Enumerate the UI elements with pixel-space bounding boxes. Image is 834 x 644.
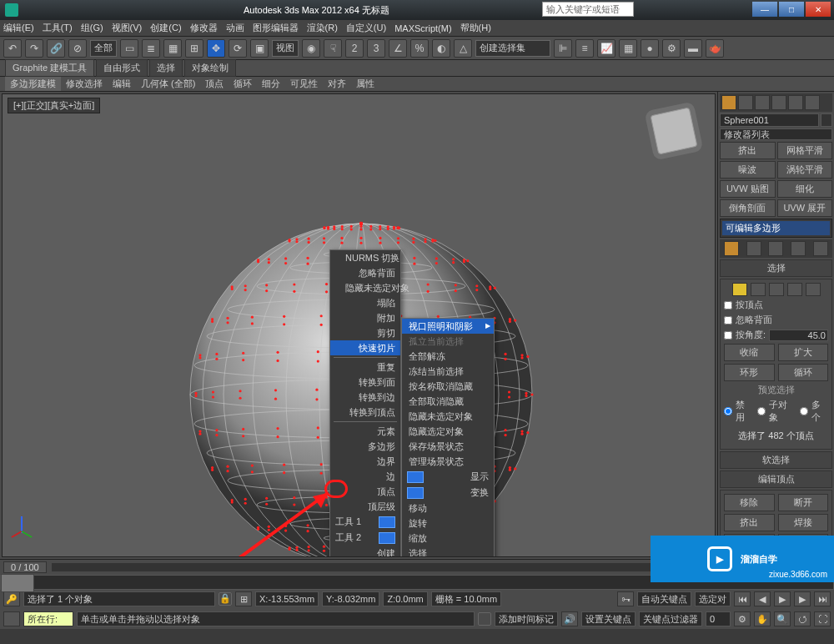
- help-search-input[interactable]: 输入关键字或短语: [542, 2, 634, 17]
- mi-isolate[interactable]: 孤立当前选择: [402, 334, 494, 349]
- rotate-button[interactable]: ⟳: [229, 39, 247, 58]
- subtab-subdiv[interactable]: 细分: [257, 77, 285, 91]
- minimize-button[interactable]: —: [752, 2, 777, 17]
- move-button[interactable]: ✥: [207, 39, 225, 58]
- shrink-button[interactable]: 收缩: [724, 344, 775, 361]
- object-color-swatch[interactable]: [821, 113, 832, 127]
- mi-cut[interactable]: 剪切: [330, 325, 400, 340]
- subtab-loop[interactable]: 循环: [229, 77, 257, 91]
- subtab-align[interactable]: 对齐: [323, 77, 351, 91]
- cb-ignore-backfacing[interactable]: 忽略背面: [724, 314, 828, 326]
- keymode-dd[interactable]: 选定对: [695, 591, 731, 606]
- rollout-selection[interactable]: 选择: [720, 259, 832, 277]
- ribbon-tab-freeform[interactable]: 自由形式: [96, 59, 148, 77]
- frame-num-input[interactable]: 0: [706, 611, 731, 626]
- mi-conv-face[interactable]: 转换到面: [330, 375, 400, 390]
- mi-ignore-back[interactable]: 忽略背面: [330, 265, 400, 280]
- angle-value[interactable]: 45.0: [769, 330, 828, 341]
- render-setup-button[interactable]: ⚙: [662, 39, 681, 58]
- quad-swatch-3[interactable]: [407, 471, 424, 483]
- mi-hide-sel[interactable]: 隐藏选定对象: [402, 424, 494, 439]
- mi-hide-unsel[interactable]: 隐藏未选定对象: [330, 280, 400, 295]
- cb-by-angle[interactable]: 按角度:: [724, 329, 766, 341]
- link-button[interactable]: 🔗: [47, 39, 65, 58]
- mod-item-editpoly[interactable]: 可编辑多边形: [722, 221, 830, 235]
- menu-help[interactable]: 帮助(H): [460, 22, 491, 34]
- tab-hierarchy-icon[interactable]: [755, 95, 770, 110]
- menu-modifiers[interactable]: 修改器: [190, 22, 218, 34]
- menu-tools[interactable]: 工具(T): [43, 22, 73, 34]
- tab-utilities-icon[interactable]: [805, 95, 820, 110]
- play-icon[interactable]: ▶: [774, 591, 791, 606]
- mi-toplevel[interactable]: 顶层级: [330, 499, 400, 514]
- transform-type-icon[interactable]: ⊞: [235, 591, 252, 606]
- mi-rotate[interactable]: 旋转: [402, 516, 494, 531]
- subtab-edit[interactable]: 编辑: [108, 77, 136, 91]
- menu-maxscript[interactable]: MAXScript(M): [394, 23, 451, 33]
- nav-pan-icon[interactable]: ✋: [754, 611, 771, 626]
- menu-group[interactable]: 组(G): [81, 22, 103, 34]
- viewport[interactable]: [+][正交][真实+边面] NURMS 切换 忽略背面: [2, 93, 716, 557]
- add-time-marker[interactable]: 添加时间标记: [495, 611, 558, 626]
- mini-curve-icon[interactable]: [3, 611, 20, 626]
- modifier-list-dropdown[interactable]: [720, 128, 832, 140]
- mi-element[interactable]: 元素: [330, 424, 400, 439]
- menu-render[interactable]: 渲染(R): [307, 22, 338, 34]
- menu-graph[interactable]: 图形编辑器: [253, 22, 299, 34]
- time-slider[interactable]: 0 / 100: [3, 561, 47, 573]
- curve-editor-button[interactable]: 📈: [597, 39, 615, 58]
- schematic-button[interactable]: ▦: [619, 39, 637, 58]
- quad-menu-left[interactable]: NURMS 切换 忽略背面 隐藏未选定对象 塌陷 附加 剪切 快速切片 重复 转…: [329, 249, 401, 557]
- menu-customize[interactable]: 自定义(U): [346, 22, 386, 34]
- select-region-button[interactable]: ▦: [163, 39, 182, 58]
- mod-extrude[interactable]: 挤出: [720, 142, 776, 159]
- mi-unhide-all[interactable]: 全部取消隐藏: [402, 394, 494, 409]
- tab-motion-icon[interactable]: [771, 95, 786, 110]
- mi-manage-state[interactable]: 管理场景状态: [402, 454, 494, 469]
- snap-percent-button[interactable]: %: [410, 39, 429, 58]
- mod-meshsmooth[interactable]: 网格平滑: [777, 142, 833, 159]
- track-lock-icon[interactable]: [478, 612, 491, 626]
- mod-noise[interactable]: 噪波: [720, 161, 776, 179]
- ribbon-tab-paint[interactable]: 对象绘制: [184, 59, 236, 77]
- mi-border[interactable]: 边界: [330, 454, 400, 469]
- mi-unhide-name[interactable]: 按名称取消隐藏: [402, 379, 494, 394]
- mi-hide-unsel2[interactable]: 隐藏未选定对象: [402, 409, 494, 424]
- scale-button[interactable]: ▣: [250, 39, 269, 58]
- mirror-button[interactable]: △: [454, 39, 472, 58]
- sound-icon[interactable]: 🔊: [561, 611, 578, 626]
- goto-end-icon[interactable]: ⏭: [814, 591, 831, 606]
- next-frame-icon[interactable]: ▶: [794, 591, 811, 606]
- time-config-icon[interactable]: ⚙: [734, 611, 751, 626]
- coord-y[interactable]: -8.032mm: [334, 594, 376, 604]
- viewcube[interactable]: [651, 108, 698, 155]
- mi-polygon[interactable]: 多边形: [330, 439, 400, 454]
- menu-view[interactable]: 视图(V): [112, 22, 143, 34]
- mi-move[interactable]: 移动: [402, 501, 494, 516]
- render-frame-button[interactable]: ▬: [684, 39, 702, 58]
- manip-button[interactable]: ☟: [324, 39, 342, 58]
- select-button[interactable]: ▭: [120, 39, 138, 58]
- prev-frame-icon[interactable]: ◀: [754, 591, 771, 606]
- make-unique-icon[interactable]: [768, 241, 783, 256]
- set-key-button[interactable]: 设置关键点: [581, 611, 636, 626]
- ruler-thumb[interactable]: [1, 574, 34, 592]
- snap-2d-button[interactable]: 2: [345, 39, 364, 58]
- mi-unfreeze-all[interactable]: 全部解冻: [402, 349, 494, 364]
- mode-polygon[interactable]: [787, 283, 802, 296]
- mi-conv-vert[interactable]: 转换到顶点: [330, 405, 400, 420]
- tab-modify-icon[interactable]: [738, 95, 753, 110]
- subtab-vertex[interactable]: 顶点: [200, 77, 229, 91]
- radio-none[interactable]: 禁用: [724, 399, 752, 424]
- nav-max-icon[interactable]: ⛶: [814, 611, 831, 626]
- coord-x[interactable]: -13.553mm: [268, 594, 314, 604]
- render-button[interactable]: 🫖: [706, 39, 724, 58]
- tab-display-icon[interactable]: [788, 95, 803, 110]
- ring-button[interactable]: 环形: [724, 364, 775, 381]
- mi-create[interactable]: 创建: [330, 546, 400, 557]
- mode-element[interactable]: [806, 283, 821, 296]
- align-button[interactable]: ⊫: [554, 39, 572, 58]
- mi-scale[interactable]: 缩放: [402, 531, 494, 546]
- pivot-button[interactable]: ◉: [302, 39, 320, 58]
- tab-create-icon[interactable]: [721, 95, 736, 110]
